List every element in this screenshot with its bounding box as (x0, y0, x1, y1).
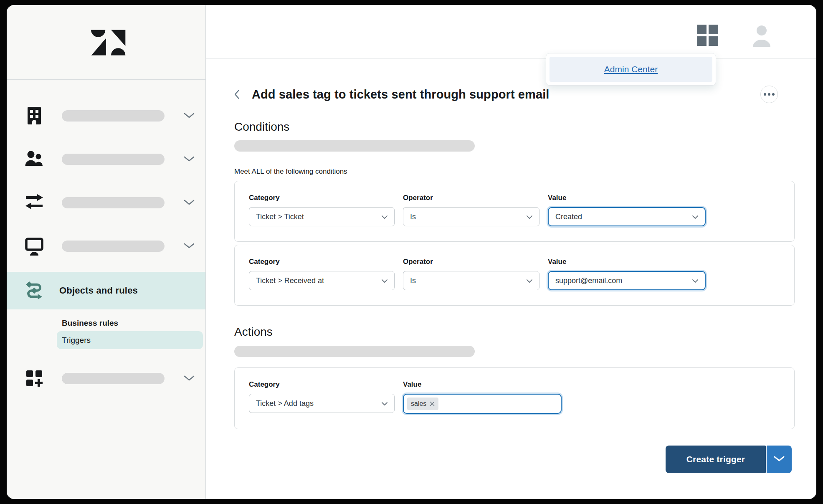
sidebar-item-label: Objects and rules (59, 285, 138, 296)
condition-value-select[interactable]: Created (548, 207, 706, 226)
condition-operator-select[interactable]: Is (403, 207, 539, 226)
more-options-button[interactable] (760, 86, 778, 103)
skeleton-pill (62, 373, 165, 384)
action-category-field: Category Ticket > Add tags (249, 380, 395, 414)
app-window: Objects and rules Business rules Trigger… (7, 5, 816, 499)
chevron-down-icon[interactable] (184, 156, 195, 162)
chevron-down-icon[interactable] (184, 200, 195, 205)
sidebar-item-account[interactable] (7, 94, 205, 137)
create-trigger-split-button: Create trigger (666, 446, 792, 473)
action-category-select[interactable]: Ticket > Add tags (249, 394, 395, 413)
select-value: support@email.com (555, 276, 622, 285)
tags-input[interactable]: sales (403, 394, 562, 414)
chevron-down-icon (527, 213, 532, 221)
chevron-down-icon (692, 276, 698, 285)
create-trigger-button[interactable]: Create trigger (666, 446, 766, 473)
condition-operator-select[interactable]: Is (403, 271, 539, 290)
field-label: Category (249, 194, 395, 202)
condition-value-field: Value Created (548, 194, 706, 226)
field-label: Category (249, 380, 395, 389)
zendesk-logo-icon (86, 26, 126, 58)
top-bar (206, 5, 816, 58)
objects-rules-flow-icon (24, 281, 44, 301)
skeleton-pill (62, 197, 165, 208)
condition-operator-field: Operator Is (403, 258, 539, 290)
page-title: Add sales tag to tickets sent through su… (252, 88, 549, 101)
sidebar-logo-area (7, 5, 205, 80)
page-content: Add sales tag to tickets sent through su… (206, 58, 816, 473)
footer-actions: Create trigger (234, 446, 795, 473)
skeleton-pill (234, 346, 475, 357)
field-label: Operator (403, 258, 539, 266)
condition-category-field: Category Ticket > Received at (249, 258, 395, 290)
select-value: Is (410, 213, 416, 221)
chevron-down-icon (382, 276, 387, 285)
admin-center-link[interactable]: Admin Center (604, 64, 658, 74)
sidebar-subnav-triggers[interactable]: Triggers (57, 331, 203, 349)
title-row: Add sales tag to tickets sent through su… (234, 85, 795, 104)
conditions-heading: Conditions (234, 120, 795, 134)
chevron-down-icon[interactable] (184, 375, 195, 381)
field-label: Value (403, 380, 562, 389)
select-value: Ticket > Add tags (256, 399, 314, 408)
tag-chip: sales (407, 398, 438, 410)
tag-label: sales (411, 400, 426, 408)
sidebar-subnav-business-rules[interactable]: Business rules (62, 317, 205, 329)
admin-center-menu-item[interactable]: Admin Center (550, 57, 712, 82)
field-label: Operator (403, 194, 539, 202)
actions-heading: Actions (234, 325, 795, 339)
sidebar-item-channels[interactable] (7, 181, 205, 224)
main-area: Admin Center Add sales tag to tickets se… (206, 5, 816, 499)
sidebar: Objects and rules Business rules Trigger… (7, 5, 206, 499)
select-value: Ticket > Received at (256, 276, 324, 285)
condition-value-field: Value support@email.com (548, 258, 706, 290)
sidebar-item-objects-and-rules[interactable]: Objects and rules (7, 272, 205, 309)
remove-tag-icon[interactable] (430, 401, 435, 406)
people-icon (24, 149, 44, 169)
sidebar-item-people[interactable] (7, 137, 205, 181)
field-label: Category (249, 258, 395, 266)
condition-value-select[interactable]: support@email.com (548, 271, 706, 290)
action-card: Category Ticket > Add tags Value sales (234, 367, 795, 429)
condition-card: Category Ticket > Ticket Operator Is (234, 181, 795, 242)
select-value: Is (410, 276, 416, 285)
skeleton-pill (62, 241, 165, 252)
skeleton-pill (62, 154, 165, 165)
building-icon (24, 106, 44, 126)
chevron-down-icon[interactable] (184, 113, 195, 119)
chevron-down-icon (774, 456, 785, 463)
chevron-down-icon (692, 213, 698, 221)
sidebar-nav: Objects and rules Business rules Trigger… (7, 80, 205, 400)
action-value-field: Value sales (403, 380, 562, 414)
chevron-down-icon (382, 213, 387, 221)
transfer-arrows-icon (24, 192, 44, 213)
sidebar-item-workspaces[interactable] (7, 224, 205, 268)
apps-grid-plus-icon (24, 368, 44, 388)
field-label: Value (548, 194, 706, 202)
back-chevron-icon[interactable] (234, 88, 245, 101)
app-switcher-popover: Admin Center (546, 53, 716, 86)
condition-card: Category Ticket > Received at Operator I… (234, 245, 795, 306)
sidebar-item-apps[interactable] (7, 357, 205, 400)
user-avatar-icon[interactable] (751, 25, 772, 47)
condition-category-field: Category Ticket > Ticket (249, 194, 395, 226)
select-value: Created (555, 213, 582, 221)
condition-operator-field: Operator Is (403, 194, 539, 226)
select-value: Ticket > Ticket (256, 213, 304, 221)
chevron-down-icon[interactable] (184, 243, 195, 249)
create-trigger-dropdown-button[interactable] (767, 446, 792, 473)
meet-all-text: Meet ALL of the following conditions (234, 167, 795, 176)
monitor-icon (24, 236, 44, 256)
chevron-down-icon (527, 276, 532, 285)
skeleton-pill (234, 140, 475, 152)
app-switcher-grid-icon[interactable] (697, 25, 718, 46)
skeleton-pill (62, 110, 165, 122)
condition-category-select[interactable]: Ticket > Ticket (249, 207, 395, 226)
condition-category-select[interactable]: Ticket > Received at (249, 271, 395, 290)
field-label: Value (548, 258, 706, 266)
chevron-down-icon (382, 399, 387, 408)
